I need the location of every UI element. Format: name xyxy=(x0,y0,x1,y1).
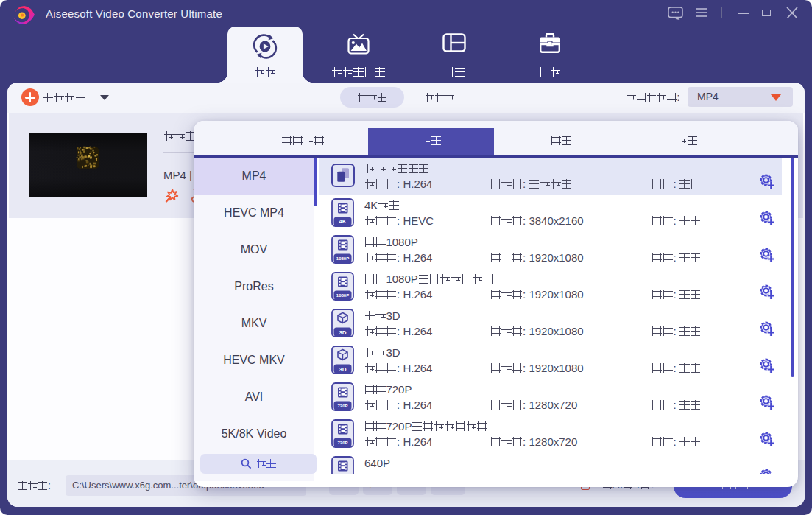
svg-text:3D: 3D xyxy=(339,329,346,336)
svg-text:1080P: 1080P xyxy=(336,293,349,298)
svg-text:4K: 4K xyxy=(339,218,346,225)
svg-text:720P: 720P xyxy=(337,441,347,445)
svg-text:720P: 720P xyxy=(337,404,347,408)
svg-text:3D: 3D xyxy=(339,366,346,373)
svg-text:1080P: 1080P xyxy=(336,256,349,261)
